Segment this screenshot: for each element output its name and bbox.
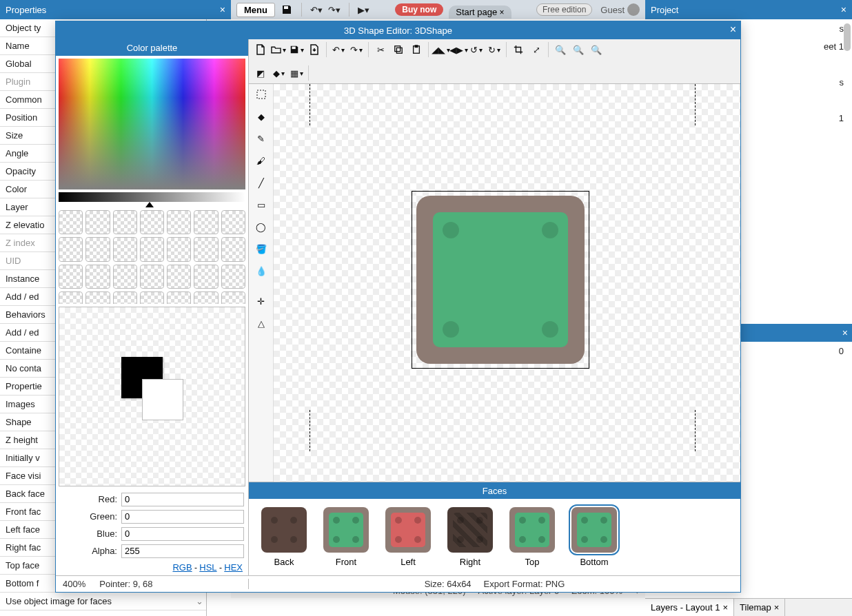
layers-icon[interactable]: ◆: [271, 65, 286, 81]
invert-icon[interactable]: ◩: [253, 65, 268, 81]
tab-layers[interactable]: Layers - Layout 1×: [645, 599, 734, 616]
zoom-in-icon[interactable]: 🔍: [553, 42, 568, 57]
color-swatch[interactable]: [221, 237, 245, 261]
redo-icon[interactable]: ↷▾: [328, 3, 341, 16]
copy-icon[interactable]: [391, 42, 406, 57]
face-top[interactable]: Top: [509, 507, 555, 567]
color-swatch[interactable]: [167, 265, 191, 289]
flip-vertical-icon[interactable]: ◀▶: [451, 42, 466, 57]
save-icon[interactable]: [281, 3, 293, 16]
color-swatch[interactable]: [59, 291, 83, 304]
grid-icon[interactable]: ▦: [289, 65, 304, 81]
face-front[interactable]: Front: [323, 507, 369, 567]
origin-icon[interactable]: ✛: [254, 294, 269, 309]
blue-input[interactable]: [121, 527, 244, 541]
color-swatch[interactable]: [59, 237, 83, 261]
brush-icon[interactable]: 🖌: [254, 153, 269, 168]
color-swatch[interactable]: [113, 210, 137, 234]
sprite-canvas[interactable]: [412, 191, 589, 369]
secondary-color-swatch[interactable]: [142, 379, 183, 420]
color-swatch[interactable]: [85, 265, 110, 289]
cut-icon[interactable]: ✂: [373, 42, 388, 57]
brightness-slider[interactable]: [59, 192, 245, 202]
play-icon[interactable]: ▶▾: [358, 3, 370, 16]
color-swatch[interactable]: [140, 265, 164, 289]
zoom-out-icon[interactable]: 🔍: [571, 42, 586, 57]
close-icon[interactable]: ×: [220, 4, 225, 15]
close-icon[interactable]: ×: [774, 602, 780, 613]
flip-horizontal-icon[interactable]: ◢◣: [433, 42, 448, 57]
fill-bucket-icon[interactable]: 🪣: [254, 241, 269, 256]
face-left[interactable]: Left: [385, 507, 431, 567]
ellipse-tool-icon[interactable]: ◯: [254, 219, 269, 234]
resize-icon[interactable]: ⤢: [529, 42, 544, 57]
reload-icon[interactable]: [307, 42, 322, 57]
pencil-icon[interactable]: ✎: [254, 131, 269, 146]
color-swatch[interactable]: [167, 291, 191, 304]
select-rect-icon[interactable]: [254, 87, 269, 102]
color-swatch[interactable]: [59, 265, 83, 289]
buy-now-button[interactable]: Buy now: [395, 3, 443, 16]
tab-start-page[interactable]: Start page ×: [449, 6, 511, 19]
eraser-icon[interactable]: ◆: [254, 109, 269, 124]
undo-icon[interactable]: ↶▾: [310, 3, 323, 16]
color-swatch[interactable]: [113, 237, 137, 261]
red-input[interactable]: [121, 493, 244, 506]
collision-poly-icon[interactable]: △: [254, 316, 269, 331]
project-header: Project ×: [645, 0, 852, 19]
face-right[interactable]: Right: [447, 507, 493, 567]
color-swatch[interactable]: [194, 265, 218, 289]
guest-user[interactable]: Guest: [600, 3, 640, 16]
color-swatch[interactable]: [221, 210, 245, 234]
tab-tilemap[interactable]: Tilemap×: [734, 599, 785, 616]
green-input[interactable]: [121, 510, 244, 524]
alpha-input[interactable]: [121, 544, 244, 558]
rect-tool-icon[interactable]: ▭: [254, 197, 269, 212]
color-swatch[interactable]: [167, 237, 191, 261]
crop-icon[interactable]: [511, 42, 526, 57]
close-icon[interactable]: ×: [841, 4, 846, 15]
face-label: Back: [274, 557, 294, 567]
color-swatch[interactable]: [140, 291, 164, 304]
svg-rect-5: [415, 45, 418, 48]
color-swatch[interactable]: [140, 210, 164, 234]
close-icon[interactable]: ×: [842, 327, 848, 338]
scrollbar[interactable]: [844, 23, 851, 51]
color-swatch[interactable]: [194, 210, 218, 234]
color-picker-field[interactable]: [59, 59, 245, 189]
hsl-link[interactable]: HSL: [199, 562, 216, 573]
rgb-link[interactable]: RGB: [172, 562, 192, 573]
color-swatch[interactable]: [194, 237, 218, 261]
zoom-fit-icon[interactable]: 🔍: [589, 42, 604, 57]
color-swatch[interactable]: [221, 265, 245, 289]
rotate-ccw-icon[interactable]: ↺: [469, 42, 484, 57]
menu-button[interactable]: Menu: [236, 3, 275, 17]
color-swatch[interactable]: [167, 210, 191, 234]
color-swatch[interactable]: [85, 237, 110, 261]
close-icon[interactable]: ×: [722, 602, 728, 613]
face-back[interactable]: Back: [261, 507, 307, 567]
color-swatch[interactable]: [113, 291, 137, 304]
color-swatch[interactable]: [140, 237, 164, 261]
rotate-cw-icon[interactable]: ↻: [487, 42, 502, 57]
line-icon[interactable]: ╱: [254, 175, 269, 190]
canvas-view[interactable]: [274, 84, 740, 482]
slider-thumb-icon[interactable]: [145, 202, 154, 207]
redo-icon[interactable]: ↷: [349, 42, 364, 57]
paste-icon[interactable]: [409, 42, 424, 57]
prop-use-object-image[interactable]: Use object image for faces ⌄: [0, 593, 206, 610]
undo-icon[interactable]: ↶: [331, 42, 346, 57]
color-swatch[interactable]: [113, 265, 137, 289]
color-swatch[interactable]: [194, 291, 218, 304]
save-file-icon[interactable]: [289, 42, 304, 57]
color-swatch[interactable]: [85, 291, 110, 304]
new-file-icon[interactable]: [253, 42, 268, 57]
eyedropper-icon[interactable]: 💧: [254, 263, 269, 278]
face-bottom[interactable]: Bottom: [571, 507, 617, 567]
color-swatch[interactable]: [59, 210, 83, 234]
color-swatch[interactable]: [85, 210, 110, 234]
close-icon[interactable]: ×: [730, 23, 736, 36]
hex-link[interactable]: HEX: [224, 562, 243, 573]
open-file-icon[interactable]: [271, 42, 286, 57]
color-swatch[interactable]: [221, 291, 245, 304]
